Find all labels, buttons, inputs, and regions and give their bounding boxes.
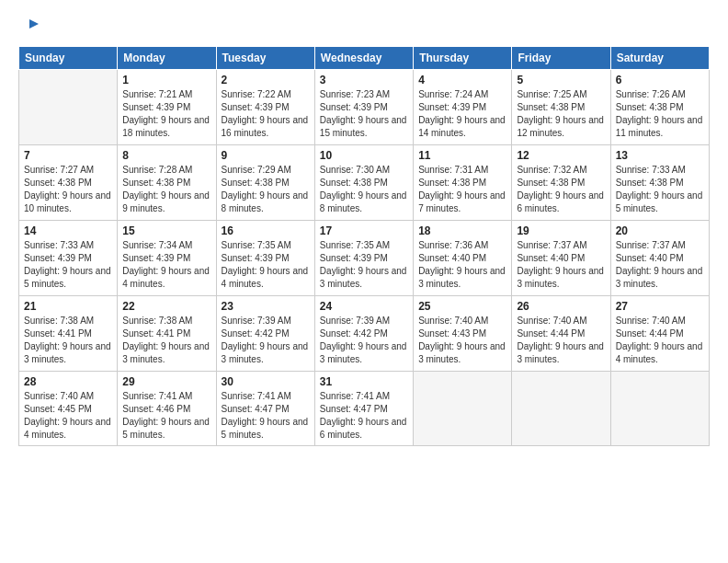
calendar-cell: 26Sunrise: 7:40 AMSunset: 4:44 PMDayligh… (512, 296, 610, 372)
day-info: Sunrise: 7:28 AMSunset: 4:38 PMDaylight:… (122, 165, 210, 213)
calendar-cell: 20Sunrise: 7:37 AMSunset: 4:40 PMDayligh… (610, 221, 709, 296)
weekday-tuesday: Tuesday (216, 47, 314, 70)
day-info: Sunrise: 7:33 AMSunset: 4:39 PMDaylight:… (24, 240, 111, 289)
day-number: 12 (517, 149, 605, 162)
day-number: 23 (222, 300, 310, 313)
logo-icon (18, 17, 39, 37)
day-info: Sunrise: 7:39 AMSunset: 4:42 PMDaylight:… (222, 316, 309, 364)
day-number: 22 (122, 300, 210, 313)
day-info: Sunrise: 7:35 AMSunset: 4:39 PMDaylight:… (222, 240, 309, 289)
day-info: Sunrise: 7:27 AMSunset: 4:38 PMDaylight:… (24, 165, 111, 213)
day-number: 15 (122, 224, 210, 237)
page: SundayMondayTuesdayWednesdayThursdayFrid… (0, 0, 728, 563)
calendar-cell: 27Sunrise: 7:40 AMSunset: 4:44 PMDayligh… (610, 296, 709, 372)
day-info: Sunrise: 7:29 AMSunset: 4:38 PMDaylight:… (222, 165, 309, 213)
calendar-cell: 15Sunrise: 7:34 AMSunset: 4:39 PMDayligh… (118, 221, 216, 296)
day-number: 21 (24, 300, 112, 313)
calendar-cell: 16Sunrise: 7:35 AMSunset: 4:39 PMDayligh… (216, 221, 314, 296)
day-info: Sunrise: 7:40 AMSunset: 4:44 PMDaylight:… (517, 316, 604, 364)
day-number: 8 (122, 149, 210, 162)
calendar-cell: 13Sunrise: 7:33 AMSunset: 4:38 PMDayligh… (610, 145, 709, 221)
day-number: 25 (418, 300, 506, 313)
day-number: 29 (122, 375, 210, 388)
day-number: 11 (418, 149, 506, 162)
week-row-4: 28Sunrise: 7:40 AMSunset: 4:45 PMDayligh… (19, 372, 710, 446)
calendar-cell: 8Sunrise: 7:28 AMSunset: 4:38 PMDaylight… (118, 145, 216, 221)
day-number: 18 (418, 224, 506, 237)
calendar-cell: 12Sunrise: 7:32 AMSunset: 4:38 PMDayligh… (512, 145, 610, 221)
calendar-cell: 1Sunrise: 7:21 AMSunset: 4:39 PMDaylight… (118, 70, 216, 145)
calendar-cell: 18Sunrise: 7:36 AMSunset: 4:40 PMDayligh… (414, 221, 512, 296)
day-number: 1 (122, 74, 210, 86)
calendar-cell: 11Sunrise: 7:31 AMSunset: 4:38 PMDayligh… (414, 145, 512, 221)
day-number: 5 (517, 74, 605, 86)
calendar-cell: 19Sunrise: 7:37 AMSunset: 4:40 PMDayligh… (512, 221, 610, 296)
calendar-cell (610, 372, 709, 446)
day-info: Sunrise: 7:39 AMSunset: 4:42 PMDaylight:… (320, 316, 407, 364)
day-info: Sunrise: 7:40 AMSunset: 4:43 PMDaylight:… (418, 316, 506, 364)
day-info: Sunrise: 7:38 AMSunset: 4:41 PMDaylight:… (24, 316, 111, 364)
calendar-cell: 2Sunrise: 7:22 AMSunset: 4:39 PMDaylight… (216, 70, 314, 145)
calendar-cell: 10Sunrise: 7:30 AMSunset: 4:38 PMDayligh… (314, 145, 413, 221)
day-number: 20 (616, 224, 704, 237)
day-info: Sunrise: 7:31 AMSunset: 4:38 PMDaylight:… (418, 165, 506, 213)
day-number: 17 (320, 224, 408, 237)
day-number: 28 (24, 375, 112, 388)
day-info: Sunrise: 7:33 AMSunset: 4:38 PMDaylight:… (616, 165, 703, 213)
day-number: 9 (222, 149, 310, 162)
week-row-1: 7Sunrise: 7:27 AMSunset: 4:38 PMDaylight… (19, 145, 710, 221)
day-info: Sunrise: 7:40 AMSunset: 4:45 PMDaylight:… (24, 391, 111, 440)
calendar-cell: 23Sunrise: 7:39 AMSunset: 4:42 PMDayligh… (216, 296, 314, 372)
calendar-cell: 5Sunrise: 7:25 AMSunset: 4:38 PMDaylight… (512, 70, 610, 145)
day-info: Sunrise: 7:41 AMSunset: 4:46 PMDaylight:… (122, 391, 210, 440)
day-info: Sunrise: 7:35 AMSunset: 4:39 PMDaylight:… (320, 240, 407, 289)
day-number: 10 (320, 149, 408, 162)
week-row-0: 1Sunrise: 7:21 AMSunset: 4:39 PMDaylight… (19, 70, 710, 145)
calendar-cell (414, 372, 512, 446)
calendar-cell: 4Sunrise: 7:24 AMSunset: 4:39 PMDaylight… (414, 70, 512, 145)
svg-marker-0 (29, 19, 39, 29)
day-info: Sunrise: 7:22 AMSunset: 4:39 PMDaylight:… (222, 89, 309, 138)
day-number: 3 (320, 74, 408, 86)
calendar-cell: 14Sunrise: 7:33 AMSunset: 4:39 PMDayligh… (19, 221, 118, 296)
day-info: Sunrise: 7:38 AMSunset: 4:41 PMDaylight:… (122, 316, 210, 364)
calendar-cell: 24Sunrise: 7:39 AMSunset: 4:42 PMDayligh… (314, 296, 413, 372)
day-number: 27 (616, 300, 704, 313)
day-number: 6 (616, 74, 704, 86)
weekday-monday: Monday (118, 47, 216, 70)
calendar-cell: 9Sunrise: 7:29 AMSunset: 4:38 PMDaylight… (216, 145, 314, 221)
day-number: 19 (517, 224, 605, 237)
day-number: 30 (222, 375, 310, 388)
day-number: 26 (517, 300, 605, 313)
day-number: 13 (616, 149, 704, 162)
day-info: Sunrise: 7:34 AMSunset: 4:39 PMDaylight:… (122, 240, 210, 289)
day-info: Sunrise: 7:41 AMSunset: 4:47 PMDaylight:… (320, 391, 407, 440)
weekday-thursday: Thursday (414, 47, 512, 70)
day-info: Sunrise: 7:21 AMSunset: 4:39 PMDaylight:… (122, 89, 210, 138)
day-number: 7 (24, 149, 112, 162)
calendar-cell: 17Sunrise: 7:35 AMSunset: 4:39 PMDayligh… (314, 221, 413, 296)
day-info: Sunrise: 7:25 AMSunset: 4:38 PMDaylight:… (517, 89, 604, 138)
logo (18, 17, 39, 37)
day-info: Sunrise: 7:37 AMSunset: 4:40 PMDaylight:… (517, 240, 604, 289)
calendar-cell: 28Sunrise: 7:40 AMSunset: 4:45 PMDayligh… (19, 372, 118, 446)
header (18, 17, 710, 37)
week-row-2: 14Sunrise: 7:33 AMSunset: 4:39 PMDayligh… (19, 221, 710, 296)
calendar: SundayMondayTuesdayWednesdayThursdayFrid… (18, 46, 710, 446)
day-number: 16 (222, 224, 310, 237)
weekday-saturday: Saturday (610, 47, 709, 70)
calendar-cell: 6Sunrise: 7:26 AMSunset: 4:38 PMDaylight… (610, 70, 709, 145)
day-number: 24 (320, 300, 408, 313)
day-info: Sunrise: 7:23 AMSunset: 4:39 PMDaylight:… (320, 89, 407, 138)
calendar-cell: 7Sunrise: 7:27 AMSunset: 4:38 PMDaylight… (19, 145, 118, 221)
calendar-cell: 31Sunrise: 7:41 AMSunset: 4:47 PMDayligh… (314, 372, 413, 446)
week-row-3: 21Sunrise: 7:38 AMSunset: 4:41 PMDayligh… (19, 296, 710, 372)
calendar-cell: 30Sunrise: 7:41 AMSunset: 4:47 PMDayligh… (216, 372, 314, 446)
day-number: 14 (24, 224, 112, 237)
day-info: Sunrise: 7:41 AMSunset: 4:47 PMDaylight:… (222, 391, 309, 440)
weekday-header-row: SundayMondayTuesdayWednesdayThursdayFrid… (19, 47, 710, 70)
day-info: Sunrise: 7:24 AMSunset: 4:39 PMDaylight:… (418, 89, 506, 138)
calendar-cell: 22Sunrise: 7:38 AMSunset: 4:41 PMDayligh… (118, 296, 216, 372)
calendar-cell: 3Sunrise: 7:23 AMSunset: 4:39 PMDaylight… (314, 70, 413, 145)
day-number: 31 (320, 375, 408, 388)
